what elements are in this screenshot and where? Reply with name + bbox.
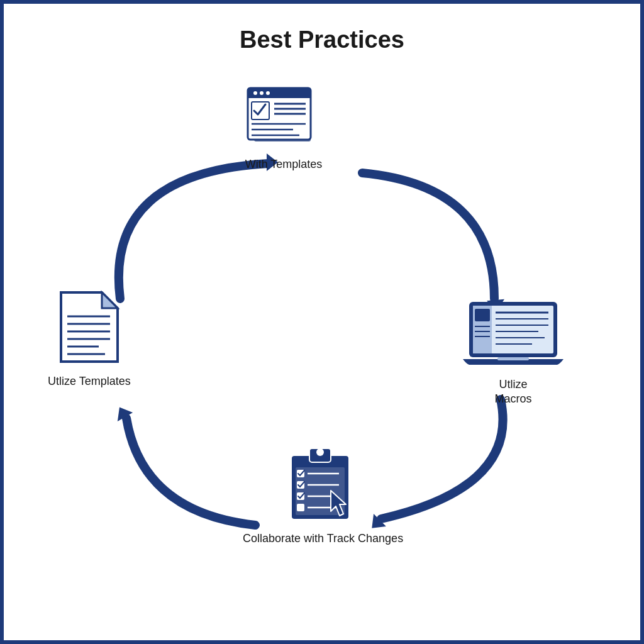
templates-label: With Templates <box>245 157 323 172</box>
macros-label: UtlizeMacros <box>494 377 531 407</box>
templates-icon <box>243 85 325 151</box>
svg-rect-27 <box>475 309 490 321</box>
utilize-icon <box>55 286 124 368</box>
track-icon <box>286 443 361 525</box>
svg-point-8 <box>253 91 257 95</box>
node-track: Collaborate with Track Changes <box>243 443 403 546</box>
svg-point-9 <box>260 91 264 95</box>
svg-marker-2 <box>112 402 133 421</box>
macros-icon <box>463 299 564 371</box>
svg-rect-42 <box>297 504 304 511</box>
diagram-area: With Templates <box>4 60 640 626</box>
svg-rect-31 <box>497 357 529 360</box>
page-title: Best Practices <box>4 4 640 60</box>
page-container: Best Practices <box>0 0 644 644</box>
utilize-label: Utlize Templates <box>48 374 131 389</box>
node-macros: UtlizeMacros <box>463 299 564 407</box>
svg-point-35 <box>316 448 324 456</box>
svg-rect-7 <box>248 93 311 98</box>
node-utilize: Utlize Templates <box>48 286 131 389</box>
track-label: Collaborate with Track Changes <box>243 531 403 546</box>
node-with-templates: With Templates <box>243 85 325 172</box>
svg-point-10 <box>266 91 270 95</box>
